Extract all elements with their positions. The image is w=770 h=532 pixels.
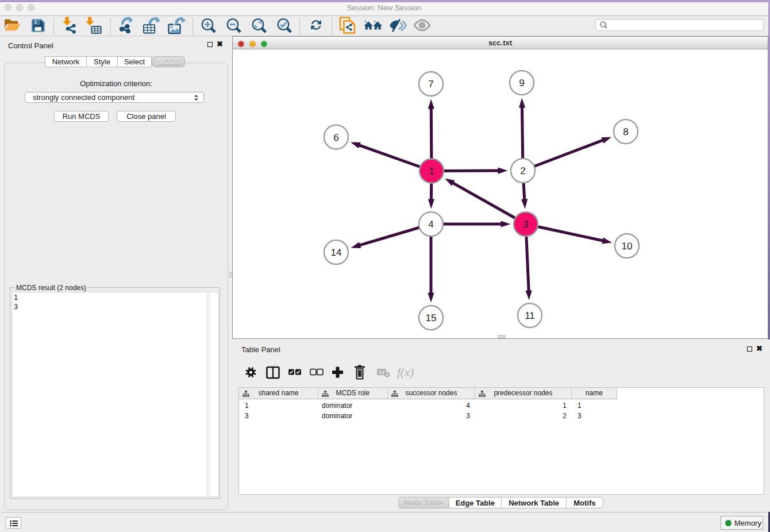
svg-text:7: 7 xyxy=(428,79,433,90)
svg-text:2: 2 xyxy=(520,165,525,176)
svg-text:14: 14 xyxy=(331,247,342,258)
svg-text:15: 15 xyxy=(426,313,437,323)
svg-text:11: 11 xyxy=(525,310,535,321)
svg-text:8: 8 xyxy=(623,126,628,137)
svg-text:3: 3 xyxy=(523,219,528,230)
svg-text:9: 9 xyxy=(519,78,524,88)
svg-text:10: 10 xyxy=(622,241,633,252)
svg-text:4: 4 xyxy=(428,219,433,230)
svg-text:6: 6 xyxy=(333,132,338,143)
svg-text:1: 1 xyxy=(429,166,434,177)
svg-text:f(x): f(x) xyxy=(397,365,414,379)
